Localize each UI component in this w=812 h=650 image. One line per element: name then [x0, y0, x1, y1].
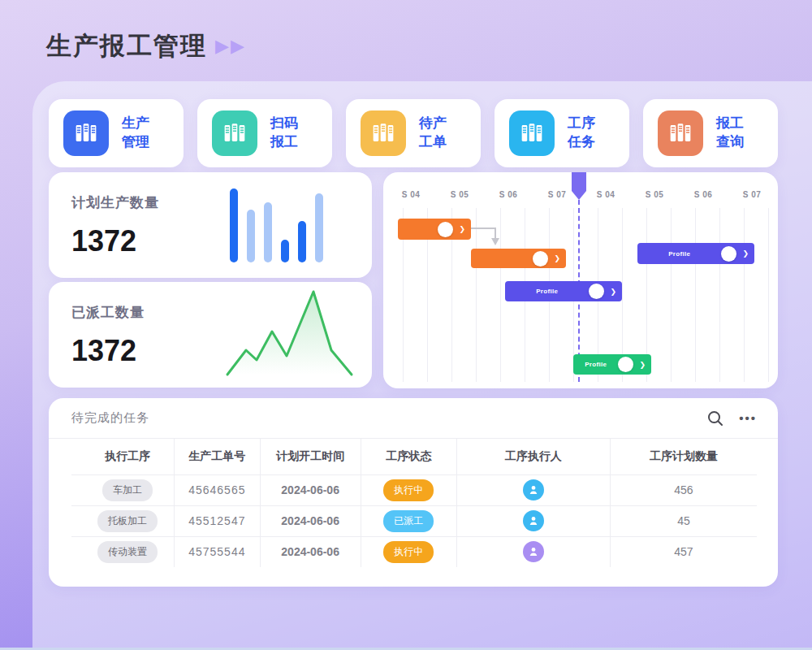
dispatched-quantity-card: 已派工数量 1372 [49, 282, 372, 388]
planned-qty: 456 [610, 474, 757, 505]
executor-avatar[interactable] [523, 479, 544, 500]
tasks-title: 待完成的任务 [71, 410, 149, 426]
gantt-bar-label: Profile [536, 288, 558, 295]
bar [230, 188, 238, 262]
tasks-table: 执行工序 生产工单号 计划开工时间 工序状态 工序执行人 工序计划数量 车加工 … [71, 439, 757, 567]
table-row[interactable]: 传动装置 45755544 2024-06-06 执行中 457 [71, 536, 757, 567]
gantt-bar-handle[interactable] [618, 357, 633, 372]
stat-label: 已派工数量 [71, 303, 145, 322]
nav-button-pending-orders[interactable]: 待产工单 [346, 99, 481, 167]
timeline-tick: S 07 [728, 190, 776, 199]
gantt-bar-label: Profile [585, 361, 607, 368]
order-number: 45755544 [175, 536, 261, 567]
start-date: 2024-06-06 [260, 536, 361, 567]
chevron-right-icon: ❯ [610, 288, 616, 296]
nav-button-scan-report[interactable]: 扫码报工 [197, 99, 332, 167]
order-number: 45646565 [175, 474, 261, 505]
arrow-right-icon: ▶ [215, 37, 229, 55]
bar [281, 240, 289, 262]
process-badge: 传动装置 [97, 541, 158, 563]
column-header: 工序计划数量 [610, 439, 757, 474]
arrow-right-icon: ▶ [231, 37, 244, 55]
bar [298, 221, 306, 262]
nav-button-report-query[interactable]: 报工查询 [643, 99, 778, 167]
start-date: 2024-06-06 [260, 474, 361, 505]
gantt-task-bar[interactable]: Profile❯ [505, 281, 622, 301]
tasks-card-header: 待完成的任务 ••• [49, 398, 778, 439]
nav-label: 扫码报工 [270, 115, 298, 152]
gantt-chart-card: S 04 S 05 S 06 S 07 S 04 S 05 S 06 S 07 … [383, 172, 778, 388]
gantt-bar-handle[interactable] [721, 246, 736, 262]
status-badge: 执行中 [383, 541, 434, 563]
order-number: 45512547 [175, 505, 261, 536]
timeline-tick: S 04 [581, 190, 630, 199]
nav-button-process-tasks[interactable]: 工序任务 [495, 99, 629, 167]
process-badge: 托板加工 [97, 510, 158, 532]
column-header: 计划开工时间 [260, 439, 361, 474]
gantt-bar-handle[interactable] [533, 251, 548, 266]
nav-button-production-management[interactable]: 生产管理 [49, 99, 184, 167]
gantt-task-bar[interactable]: ❯ [471, 249, 566, 268]
stat-label: 计划生产数量 [71, 193, 159, 212]
chevron-right-icon: ❯ [639, 361, 646, 369]
timeline-tick: S 05 [435, 190, 484, 199]
executor-avatar[interactable] [523, 541, 544, 562]
column-header: 执行工序 [71, 439, 175, 474]
gantt-task-bar[interactable]: Profile❯ [573, 354, 651, 375]
stat-value: 1372 [71, 224, 136, 258]
title-arrows-icon: ▶ ▶ [215, 37, 244, 55]
table-header-row: 执行工序 生产工单号 计划开工时间 工序状态 工序执行人 工序计划数量 [71, 439, 757, 474]
planned-qty: 457 [610, 536, 757, 567]
start-date: 2024-06-06 [260, 505, 361, 536]
status-badge: 执行中 [383, 479, 434, 501]
nav-row: 生产管理 扫码报工 待产工单 工序任务 报工查询 [49, 99, 778, 167]
mini-bar-chart [230, 188, 335, 262]
page-header: 生产报工管理 ▶ ▶ [46, 29, 244, 63]
nav-label: 工序任务 [568, 115, 595, 152]
mini-line-chart [222, 284, 356, 379]
gantt-bar-handle[interactable] [438, 222, 453, 237]
books-icon [361, 110, 406, 156]
books-icon [658, 110, 703, 156]
status-badge: 已派工 [383, 510, 434, 532]
books-icon [63, 110, 109, 156]
more-options-icon[interactable]: ••• [739, 411, 757, 425]
table-row[interactable]: 车加工 45646565 2024-06-06 执行中 456 [71, 474, 757, 505]
nav-label: 待产工单 [419, 115, 447, 152]
gantt-bar-handle[interactable] [589, 284, 604, 299]
timeline-tick: S 06 [484, 190, 533, 199]
timeline-tick: S 04 [387, 190, 435, 199]
chevron-right-icon: ❯ [459, 225, 465, 233]
search-icon[interactable] [706, 410, 724, 427]
column-header: 工序执行人 [456, 439, 610, 474]
column-header: 工序状态 [361, 439, 456, 474]
timeline-tick: S 05 [630, 190, 679, 199]
gantt-bar-label: Profile [668, 250, 690, 258]
planned-quantity-card: 计划生产数量 1372 [49, 172, 372, 278]
gantt-task-bar[interactable]: Profile❯ [637, 243, 754, 264]
timeline-tick: S 06 [679, 190, 728, 199]
bar [247, 210, 255, 262]
column-header: 生产工单号 [175, 439, 261, 474]
main-panel: 生产管理 扫码报工 待产工单 工序任务 报工查询 [32, 81, 812, 650]
table-row[interactable]: 托板加工 45512547 2024-06-06 已派工 45 [71, 505, 757, 536]
pending-tasks-card: 待完成的任务 ••• 执行工序 生产工单号 计划开工时间 工序状态 [49, 398, 778, 587]
chevron-right-icon: ❯ [554, 254, 560, 262]
gantt-task-bar[interactable]: ❯ [398, 219, 471, 240]
executor-avatar[interactable] [523, 510, 544, 531]
bar [264, 202, 272, 262]
planned-qty: 45 [610, 505, 757, 536]
gantt-dependency-arrow [469, 221, 505, 250]
chevron-right-icon: ❯ [742, 249, 749, 258]
page-title: 生产报工管理 [46, 29, 207, 63]
stat-value: 1372 [71, 334, 136, 368]
books-icon [509, 110, 555, 156]
nav-label: 报工查询 [716, 115, 744, 152]
bar [315, 193, 323, 262]
books-icon [212, 110, 257, 156]
nav-label: 生产管理 [122, 115, 149, 152]
process-badge: 车加工 [102, 479, 153, 501]
